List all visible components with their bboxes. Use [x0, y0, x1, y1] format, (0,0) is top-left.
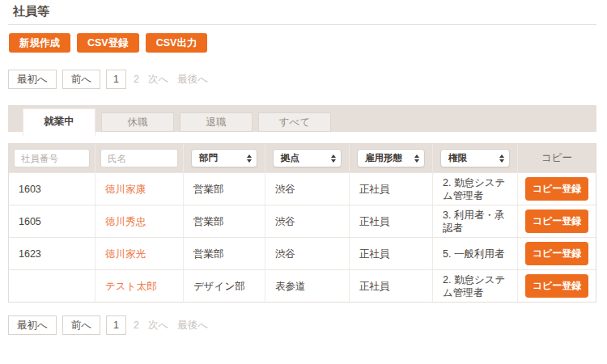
tab-on-leave[interactable]: 休職	[101, 112, 174, 132]
table-row: 1623 徳川家光 営業部 渋谷 正社員 5. 一般利用者 コピー登録	[9, 237, 596, 269]
tab-all[interactable]: すべて	[258, 112, 331, 132]
toolbar: 新規作成 CSV登録 CSV出力	[9, 33, 207, 53]
employee-list-page: 社員等 新規作成 CSV登録 CSV出力 最初へ 前へ 1 2 次へ 最後へ 就…	[0, 0, 607, 364]
location-cell: 渋谷	[265, 238, 350, 269]
location-filter-select[interactable]: 拠点	[273, 149, 342, 167]
employee-no-cell: 1603	[9, 173, 96, 205]
csv-import-button[interactable]: CSV登録	[77, 33, 139, 53]
employment-type-cell: 正社員	[350, 205, 433, 237]
updown-icon	[414, 154, 419, 163]
pagination-bottom: 最初へ 前へ 1 2 次へ 最後へ	[8, 315, 210, 335]
department-cell: 営業部	[184, 238, 265, 269]
permission-cell: 2. 勤怠システム管理者	[433, 270, 518, 302]
department-cell: デザイン部	[184, 270, 265, 302]
pagination-page-2[interactable]: 2	[132, 320, 141, 331]
pagination-last-button[interactable]: 最後へ	[176, 319, 210, 332]
page-title: 社員等	[13, 4, 49, 19]
pagination-next-button[interactable]: 次へ	[146, 319, 170, 332]
pagination-page-2[interactable]: 2	[132, 74, 141, 85]
table-row: 1603 徳川家康 営業部 渋谷 正社員 2. 勤怠システム管理者 コピー登録	[9, 172, 596, 205]
employment-type-cell: 正社員	[350, 270, 433, 302]
title-divider	[8, 24, 596, 25]
employee-name-link[interactable]: テスト太郎	[105, 280, 156, 293]
department-filter-cell: 部門	[184, 144, 265, 172]
permission-filter-select[interactable]: 権限	[440, 149, 510, 167]
updown-icon	[247, 154, 252, 163]
permission-cell: 2. 勤怠システム管理者	[433, 173, 518, 205]
table-row: 1605 徳川秀忠 営業部 渋谷 正社員 3. 利用者・承認者 コピー登録	[9, 205, 596, 237]
updown-icon	[499, 154, 504, 163]
name-filter-input[interactable]	[100, 149, 178, 167]
employee-no-cell	[9, 270, 96, 302]
department-cell: 営業部	[184, 173, 265, 205]
csv-export-button[interactable]: CSV出力	[146, 33, 208, 53]
employee-no-cell: 1623	[9, 238, 96, 269]
department-filter-select[interactable]: 部門	[191, 149, 257, 167]
employment-type-cell: 正社員	[350, 173, 433, 205]
tab-retired[interactable]: 退職	[180, 112, 253, 132]
pagination-next-button[interactable]: 次へ	[146, 73, 170, 87]
location-cell: 渋谷	[265, 205, 350, 237]
status-tab-bar: 就業中 休職 退職 すべて	[8, 105, 596, 132]
location-filter-label: 拠点	[281, 152, 299, 164]
copy-register-button[interactable]: コピー登録	[525, 242, 589, 265]
table-header-row: 部門 拠点 雇用形態 権限	[9, 144, 596, 172]
employee-no-filter-input[interactable]	[14, 149, 90, 167]
employee-name-link[interactable]: 徳川秀忠	[105, 215, 146, 228]
pagination-top: 最初へ 前へ 1 2 次へ 最後へ	[8, 70, 210, 89]
pagination-prev-button[interactable]: 前へ	[62, 315, 100, 335]
employee-name-link[interactable]: 徳川家康	[105, 183, 146, 196]
employee-no-cell: 1605	[9, 205, 96, 237]
employment-type-filter-label: 雇用形態	[365, 152, 402, 164]
permission-cell: 3. 利用者・承認者	[433, 205, 518, 237]
employee-name-link[interactable]: 徳川家光	[105, 248, 146, 260]
create-new-button[interactable]: 新規作成	[9, 33, 70, 53]
updown-icon	[331, 154, 336, 163]
location-filter-cell: 拠点	[265, 144, 350, 172]
employment-type-filter-select[interactable]: 雇用形態	[357, 149, 425, 167]
employment-type-filter-cell: 雇用形態	[350, 144, 433, 172]
permission-filter-cell: 権限	[433, 144, 518, 172]
employee-no-filter-cell	[9, 144, 96, 172]
department-cell: 営業部	[184, 205, 265, 237]
permission-filter-label: 権限	[448, 152, 467, 164]
pagination-page-1[interactable]: 1	[106, 70, 126, 89]
tab-working[interactable]: 就業中	[23, 108, 96, 136]
copy-register-button[interactable]: コピー登録	[525, 210, 589, 233]
copy-register-button[interactable]: コピー登録	[525, 274, 589, 298]
copy-column-header: コピー	[518, 144, 596, 172]
pagination-first-button[interactable]: 最初へ	[8, 70, 57, 89]
permission-cell: 5. 一般利用者	[433, 238, 518, 269]
location-cell: 表参道	[265, 270, 350, 302]
name-filter-cell	[96, 144, 184, 172]
pagination-page-1[interactable]: 1	[106, 315, 126, 335]
copy-register-button[interactable]: コピー登録	[525, 177, 589, 201]
pagination-last-button[interactable]: 最後へ	[176, 73, 210, 87]
location-cell: 渋谷	[265, 173, 350, 205]
pagination-first-button[interactable]: 最初へ	[8, 315, 57, 335]
pagination-prev-button[interactable]: 前へ	[62, 70, 100, 89]
status-tabs: 就業中 休職 退職 すべて	[23, 105, 331, 136]
employment-type-cell: 正社員	[350, 238, 433, 269]
table-row: テスト太郎 デザイン部 表参道 正社員 2. 勤怠システム管理者 コピー登録	[9, 269, 596, 302]
table-body: 1603 徳川家康 営業部 渋谷 正社員 2. 勤怠システム管理者 コピー登録 …	[9, 172, 596, 302]
department-filter-label: 部門	[199, 152, 218, 164]
employee-table: 部門 拠点 雇用形態 権限	[8, 143, 596, 303]
